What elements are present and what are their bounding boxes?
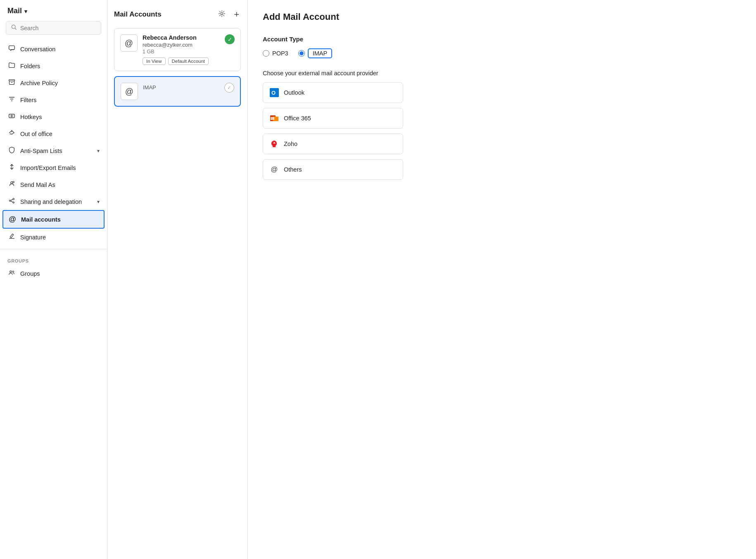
provider-office365-button[interactable]: Office 365 [263,108,403,129]
right-panel: Add Mail Account Account Type POP3 IMAP … [248,0,756,559]
search-input[interactable] [20,25,96,31]
sidebar-item-out-of-office[interactable]: Out of office [0,125,107,142]
account-type-label: Account Type [263,36,741,43]
sidebar-item-send-mail-as[interactable]: Send Mail As [0,176,107,193]
sidebar-item-label: Anti-Spam Lists [20,148,62,154]
account-at-icon: @ [120,34,138,52]
sidebar-item-filters[interactable]: Filters [0,91,107,108]
radio-option-imap[interactable]: IMAP [298,48,332,58]
sidebar-item-label: Send Mail As [20,182,55,188]
sidebar-item-sharing-delegation[interactable]: Sharing and delegation ▾ [0,193,107,210]
svg-point-6 [13,182,14,183]
svg-text:O: O [271,90,276,96]
svg-line-1 [15,28,16,29]
outlook-icon: O [270,88,279,97]
svg-point-11 [12,271,14,272]
others-icon: @ [270,165,279,174]
sidebar-item-label: Folders [20,63,40,69]
radio-option-pop3[interactable]: POP3 [263,50,288,57]
sidebar-item-label: Conversation [20,46,55,53]
account-info-imap: IMAP [143,83,234,91]
archive-icon [7,79,16,87]
sidebar-item-hotkeys[interactable]: Hotkeys [0,108,107,125]
radio-imap-label: IMAP [308,48,332,58]
sidebar-item-label: Hotkeys [20,114,42,120]
provider-zoho-label: Zoho [284,141,297,147]
svg-rect-3 [9,80,14,81]
svg-point-7 [9,200,10,201]
groups-section-label: GROUPS [0,253,107,265]
provider-office365-label: Office 365 [284,115,311,122]
mail-accounts-icon: @ [8,215,17,224]
svg-point-9 [13,202,14,203]
sidebar-item-label: Sharing and delegation [20,198,82,205]
anti-spam-expand-icon: ▾ [97,148,100,154]
groups-icon [7,269,16,278]
right-panel-title: Add Mail Account [263,12,741,22]
provider-zoho-button[interactable]: Zoho [263,134,403,154]
sidebar-item-label: Signature [20,234,46,241]
svg-rect-2 [9,46,14,50]
import-export-icon [7,163,16,172]
account-email: rebecca@zylker.com [143,42,235,48]
account-check-badge: ✓ [225,34,235,44]
account-name: Rebecca Anderson [143,34,235,41]
imap-type-label: IMAP [143,84,234,91]
radio-group-account-type: POP3 IMAP [263,48,741,58]
radio-imap[interactable] [298,50,305,57]
sharing-delegation-icon [7,197,16,206]
tag-in-view: In View [143,57,166,65]
sidebar-item-label: Groups [20,270,40,277]
anti-spam-icon [7,146,16,155]
svg-rect-17 [271,117,274,120]
send-mail-as-icon [7,180,16,189]
app-title[interactable]: Mail ▾ [0,7,107,21]
sidebar-item-groups[interactable]: Groups [0,265,107,282]
sidebar-item-conversation[interactable]: Conversation [0,41,107,57]
hotkeys-icon [7,112,16,121]
choose-provider-label: Choose your external mail account provid… [263,70,741,76]
sidebar-item-anti-spam[interactable]: Anti-Spam Lists ▾ [0,142,107,159]
provider-outlook-button[interactable]: O Outlook [263,82,403,103]
sidebar-item-folders[interactable]: Folders [0,57,107,74]
sidebar-item-signature[interactable]: Signature [0,229,107,246]
app-title-text: Mail [7,7,22,15]
radio-pop3[interactable] [263,50,269,57]
provider-others-label: Others [284,166,302,173]
provider-others-button[interactable]: @ Others [263,159,403,180]
sharing-expand-icon: ▾ [97,199,100,205]
radio-pop3-label: POP3 [272,50,288,57]
account-info: Rebecca Anderson rebecca@zylker.com 1 GB… [143,34,235,65]
sidebar-item-archive-policy[interactable]: Archive Policy [0,74,107,91]
panel-actions: + [216,8,241,21]
account-tags: In View Default Account [143,57,235,65]
provider-outlook-label: Outlook [284,89,304,96]
tag-default-account: Default Account [168,57,209,65]
search-box[interactable] [6,21,101,35]
svg-point-12 [221,12,223,14]
sidebar-item-label: Filters [20,97,36,103]
sidebar: Mail ▾ Conversation Folders Archive Poli… [0,0,107,559]
account-at-icon-imap: @ [121,83,138,100]
settings-button[interactable] [216,9,227,20]
signature-icon [7,233,16,241]
middle-panel: Mail Accounts + @ Rebecca Anderson rebec… [107,0,248,559]
folders-icon [7,62,16,70]
svg-point-5 [10,182,12,184]
office365-icon [270,114,279,123]
account-card-imap[interactable]: @ IMAP ✓ [114,76,241,107]
sidebar-divider [0,249,107,249]
provider-list: O Outlook Office 365 [263,82,403,180]
add-account-button[interactable]: + [232,8,241,21]
sidebar-item-import-export[interactable]: Import/Export Emails [0,159,107,176]
sidebar-item-label: Import/Export Emails [20,165,76,171]
panel-title: Mail Accounts [114,10,162,19]
sidebar-item-label: Archive Policy [20,80,58,86]
sidebar-item-mail-accounts[interactable]: @ Mail accounts [2,210,105,229]
zoho-icon [270,139,279,148]
out-of-office-icon [7,129,16,138]
panel-header: Mail Accounts + [114,8,241,21]
account-card-rebecca[interactable]: @ Rebecca Anderson rebecca@zylker.com 1 … [114,28,241,71]
account-check-badge-light: ✓ [224,83,234,93]
filters-icon [7,96,16,104]
